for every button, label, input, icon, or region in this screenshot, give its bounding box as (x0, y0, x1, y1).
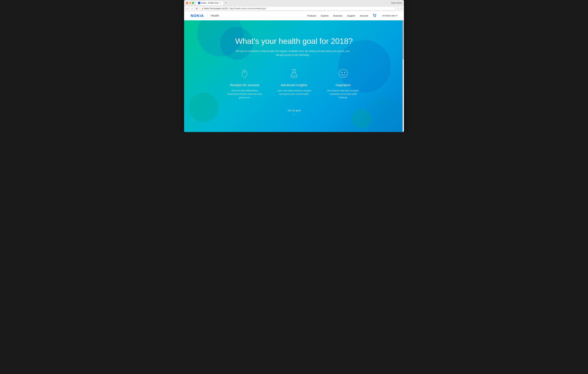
feature-recipes-desc: Discover what helped fellow community me… (227, 89, 263, 99)
feature-insights-title: Advanced insights (281, 83, 307, 87)
nokia-logo: NOKIA (191, 14, 204, 18)
cta-section[interactable]: Set my goal ↓ (287, 109, 300, 116)
back-button[interactable]: ← (185, 7, 189, 10)
bookmark-icon[interactable]: ☆ (397, 7, 399, 10)
flask-icon (287, 67, 301, 80)
all-nokia-label: All Nokia sites (382, 14, 396, 17)
feature-inspiration-title: Inspiration (336, 83, 351, 87)
tab-favicon: N (198, 2, 200, 4)
tab-bar: N Nokia - Health Goal ✕ + (196, 1, 391, 5)
new-tab-button[interactable]: + (224, 1, 228, 5)
decor-circle-4 (351, 109, 371, 129)
feature-inspiration-desc: Get invited to take part in a highly-mot… (325, 89, 361, 99)
svg-point-1 (375, 16, 376, 17)
url-company: Nokia Technologies Ltd [FI] (204, 7, 228, 10)
reload-button[interactable]: ↻ (195, 7, 199, 10)
scrollbar[interactable] (403, 11, 404, 132)
features-row: Recipes for success Discover what helped… (227, 67, 361, 99)
traffic-lights (186, 2, 194, 4)
nav-account[interactable]: Account (360, 14, 368, 17)
url-full: https://health.nokia.com/us/en/health-go… (230, 7, 266, 10)
nav-support[interactable]: Support (347, 14, 355, 17)
feature-insights-desc: Learn how simple behavior changes can im… (276, 89, 312, 96)
close-button[interactable] (186, 2, 188, 4)
feature-recipes-title: Recipes for success (230, 83, 260, 87)
hero-subtitle: We are on a mission to help people live … (235, 49, 350, 57)
hero-section: What's your health goal for 2018? We are… (184, 20, 404, 132)
maximize-button[interactable] (192, 2, 194, 4)
hero-title: What's your health goal for 2018? (235, 36, 353, 46)
site-navigation: NOKIA Health Products Explore Business S… (184, 11, 404, 20)
svg-point-0 (374, 16, 374, 17)
clean-room-label: Clean Room (391, 2, 402, 4)
website-content: NOKIA Health Products Explore Business S… (184, 11, 404, 132)
nav-business[interactable]: Business (333, 14, 343, 17)
minimize-button[interactable] (189, 2, 191, 4)
tab-close-icon[interactable]: ✕ (220, 2, 221, 4)
active-tab[interactable]: N Nokia - Health Goal ✕ (196, 1, 223, 5)
nav-explore[interactable]: Explore (321, 14, 328, 17)
cta-arrow-icon: ↓ (293, 112, 295, 116)
cart-icon[interactable] (373, 14, 376, 18)
feature-insights: Advanced insights Learn how simple behav… (276, 67, 312, 99)
svg-point-5 (339, 69, 347, 78)
chevron-down-icon: ▾ (396, 14, 397, 17)
all-nokia-sites-button[interactable]: All Nokia sites ▾ (382, 14, 397, 17)
site-logo: NOKIA Health (191, 14, 219, 18)
flame-icon (238, 67, 251, 80)
cta-text[interactable]: Set my goal (287, 109, 300, 112)
browser-titlebar: N Nokia - Health Goal ✕ + Clean Room (184, 0, 404, 6)
lock-icon: 🔒 (201, 8, 203, 9)
feature-recipes: Recipes for success Discover what helped… (227, 67, 263, 99)
decor-circle-3 (365, 96, 404, 132)
nav-links: Products Explore Business Support Accoun… (307, 14, 397, 18)
svg-point-7 (344, 72, 345, 73)
nav-health-label: Health (211, 14, 219, 17)
forward-button[interactable]: → (190, 7, 194, 10)
url-separator: | (228, 7, 229, 10)
hero-content: What's your health goal for 2018? We are… (235, 36, 353, 67)
feature-inspiration: Inspiration Get invited to take part in … (325, 67, 361, 99)
menu-icon[interactable]: ⋮ (400, 7, 403, 10)
decor-circle-1 (189, 93, 219, 122)
nav-products[interactable]: Products (307, 14, 316, 17)
url-bar[interactable]: 🔒 Nokia Technologies Ltd [FI] | https://… (200, 7, 396, 10)
svg-point-6 (341, 72, 342, 73)
address-bar: ← → ↻ 🔒 Nokia Technologies Ltd [FI] | ht… (184, 6, 404, 11)
tab-title: Nokia - Health Goal (201, 2, 219, 4)
smiley-icon (337, 67, 350, 80)
